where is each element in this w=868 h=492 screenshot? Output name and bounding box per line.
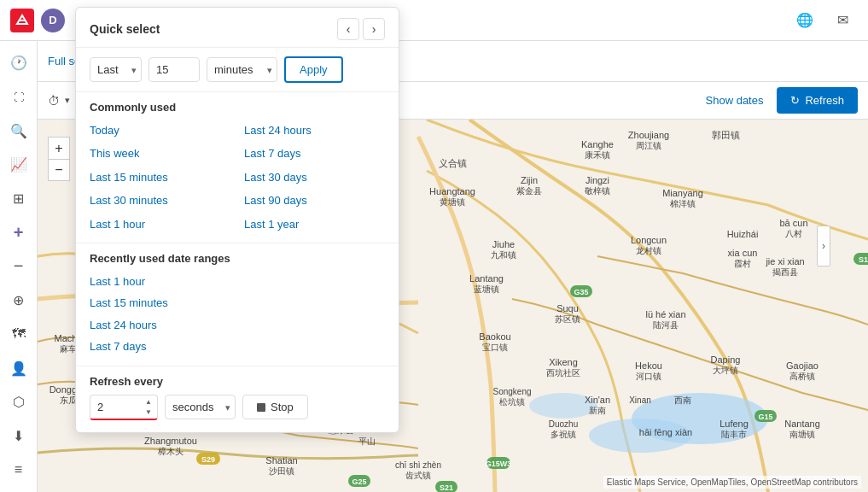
sidebar-recent-icon[interactable]: 🕐 <box>3 48 34 79</box>
link-last-30d[interactable]: Last 30 days <box>244 167 385 187</box>
svg-text:南塘镇: 南塘镇 <box>789 430 815 439</box>
svg-text:chī shì zhèn: chī shì zhèn <box>395 460 441 470</box>
refresh-button[interactable]: ↻ Refresh <box>777 87 858 114</box>
svg-text:Zhangmutou: Zhangmutou <box>144 436 197 446</box>
svg-text:多祝镇: 多祝镇 <box>551 430 576 439</box>
svg-text:Xikeng: Xikeng <box>549 357 578 367</box>
qs-header: Quick select ‹ › <box>76 8 399 48</box>
svg-text:Kanghe: Kanghe <box>581 139 614 149</box>
sidebar-search-icon[interactable]: 🔍 <box>3 115 34 146</box>
stop-square-icon <box>257 403 265 412</box>
sidebar-minus-icon[interactable]: − <box>3 251 34 282</box>
svg-text:Huangtang: Huangtang <box>429 186 475 196</box>
qs-prev-button[interactable]: ‹ <box>337 18 359 40</box>
link-last-1h-common[interactable]: Last 1 hour <box>90 214 230 234</box>
map-expand-right[interactable]: › <box>817 226 830 266</box>
time-clock-icon: ⏱ <box>48 94 60 108</box>
svg-text:大坪镇: 大坪镇 <box>713 366 738 375</box>
sidebar-grid-icon[interactable]: ⊞ <box>3 184 34 214</box>
svg-text:Songkeng: Songkeng <box>492 387 531 396</box>
svg-text:S21: S21 <box>440 483 453 492</box>
svg-text:Longcun: Longcun <box>631 235 667 245</box>
zoom-in-button[interactable]: + <box>48 137 70 159</box>
svg-text:Suqu: Suqu <box>556 303 579 313</box>
spinner-down-button[interactable]: ▼ <box>141 407 156 418</box>
svg-text:hāi fēng xiàn: hāi fēng xiàn <box>639 427 692 437</box>
refresh-unit-select-wrapper: seconds minutes hours <box>165 395 236 419</box>
link-last-7d[interactable]: Last 7 days <box>244 144 385 163</box>
svg-text:Hekou: Hekou <box>635 360 662 371</box>
recent-link-24h[interactable]: Last 24 hours <box>90 315 385 335</box>
svg-text:周江镇: 周江镇 <box>636 141 661 150</box>
svg-text:东瓜: 东瓜 <box>60 395 77 405</box>
qs-title: Quick select <box>90 22 160 36</box>
stop-button[interactable]: Stop <box>242 395 308 419</box>
topbar-globe-icon[interactable]: 🌐 <box>789 5 820 36</box>
sidebar-plus-icon[interactable]: + <box>3 217 34 248</box>
sidebar-download-icon[interactable]: ⬇ <box>3 421 34 452</box>
link-last-15m[interactable]: Last 15 minutes <box>90 167 230 187</box>
sidebar-map-icon[interactable]: 🗺 <box>3 319 34 350</box>
sidebar-person-icon[interactable]: 👤 <box>3 353 34 384</box>
svg-text:G35: G35 <box>574 288 588 296</box>
apply-button[interactable]: Apply <box>284 56 343 83</box>
svg-text:敬梓镇: 敬梓镇 <box>585 186 610 196</box>
refresh-unit-select[interactable]: seconds minutes hours <box>165 395 236 419</box>
svg-text:Nantang: Nantang <box>784 419 820 429</box>
refresh-spin-icon: ↻ <box>790 94 800 107</box>
unit-select[interactable]: seconds minutes hours days weeks months … <box>207 57 277 82</box>
qs-nav: ‹ › <box>337 18 385 40</box>
sidebar-compass-icon[interactable]: ⊕ <box>3 285 34 316</box>
svg-text:Baokou: Baokou <box>479 331 510 342</box>
svg-text:S29: S29 <box>201 455 215 464</box>
qs-next-button[interactable]: › <box>363 18 385 40</box>
topbar-mail-icon[interactable]: ✉ <box>827 5 858 36</box>
link-last-30m[interactable]: Last 30 minutes <box>90 190 230 210</box>
sidebar-menu-icon[interactable]: ≡ <box>3 454 34 485</box>
recently-used-title: Recently used date ranges <box>90 252 385 265</box>
svg-text:Jiuhe: Jiuhe <box>492 239 515 249</box>
recent-link-7d[interactable]: Last 7 days <box>90 337 385 356</box>
svg-text:Mianyang: Mianyang <box>662 188 703 198</box>
sidebar-chart-icon[interactable]: 📈 <box>3 149 34 180</box>
commonly-used-links: Today Last 24 hours This week Last 7 day… <box>90 120 385 234</box>
recent-link-15m[interactable]: Last 15 minutes <box>90 293 385 313</box>
recently-used-links: Last 1 hour Last 15 minutes Last 24 hour… <box>90 272 385 357</box>
svg-text:S17: S17 <box>859 255 868 264</box>
refresh-number-wrapper: ▲ ▼ <box>90 395 158 420</box>
svg-text:jie xi xian: jie xi xian <box>765 256 804 266</box>
time-chevron-icon: ▾ <box>65 95 70 106</box>
sidebar-fullscreen-icon[interactable]: ⛶ <box>3 82 34 113</box>
svg-text:xia cun: xia cun <box>728 248 758 258</box>
map-attribution: Elastic Maps Service, OpenMapTiles, Open… <box>603 476 861 489</box>
svg-text:松坑镇: 松坑镇 <box>499 397 525 407</box>
svg-text:新南: 新南 <box>589 406 606 415</box>
last-select-wrapper: Last Next <box>90 57 142 82</box>
show-dates-button[interactable]: Show dates <box>699 91 771 110</box>
svg-text:宝口镇: 宝口镇 <box>482 343 508 352</box>
svg-text:河口镇: 河口镇 <box>636 372 661 381</box>
refresh-every-title: Refresh every <box>90 375 385 388</box>
link-this-week[interactable]: This week <box>90 144 230 163</box>
svg-text:lü hé xian: lü hé xian <box>645 309 685 319</box>
link-last-24h[interactable]: Last 24 hours <box>244 120 385 140</box>
svg-text:麻车: 麻车 <box>60 344 77 354</box>
map-controls: + − <box>48 137 70 181</box>
user-avatar[interactable]: D <box>41 9 65 32</box>
sidebar-layers-icon[interactable]: ⬡ <box>3 387 34 418</box>
svg-text:Gaojiao: Gaojiao <box>786 360 818 371</box>
spinner-up-button[interactable]: ▲ <box>141 397 156 407</box>
svg-text:蓝塘镇: 蓝塘镇 <box>474 284 499 294</box>
svg-text:Duozhu: Duozhu <box>549 419 578 429</box>
recent-link-1h[interactable]: Last 1 hour <box>90 272 385 291</box>
svg-text:Xinan: Xinan <box>629 395 651 405</box>
svg-text:霞村: 霞村 <box>734 259 751 268</box>
last-select[interactable]: Last Next <box>90 57 142 82</box>
svg-text:齿式镇: 齿式镇 <box>405 471 431 480</box>
zoom-out-button[interactable]: − <box>48 159 70 181</box>
link-last-1y[interactable]: Last 1 year <box>244 214 385 234</box>
qs-controls: Last Next seconds minutes hours days wee… <box>76 48 399 92</box>
link-last-90d[interactable]: Last 90 days <box>244 190 385 210</box>
time-number-input[interactable] <box>149 57 200 82</box>
link-today[interactable]: Today <box>90 120 230 140</box>
